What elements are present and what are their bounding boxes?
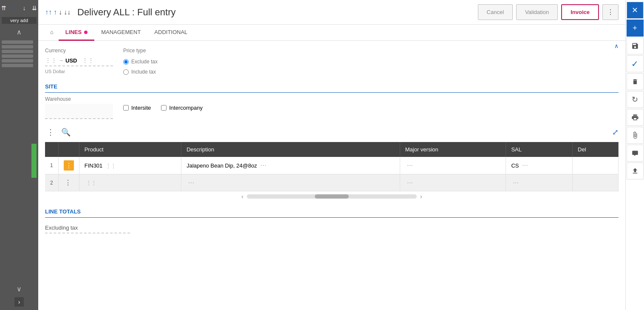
validation-button[interactable]: Validation: [516, 4, 558, 20]
row-product-2[interactable]: ⋮⋮: [79, 174, 181, 191]
row-num-2: 2: [45, 174, 58, 191]
col-description: Description: [181, 142, 400, 157]
left-sidebar: ⇈ ↑ ↓ ⇊ very add ∧ ∨ ›: [0, 0, 38, 310]
invoice-button[interactable]: Invoice: [561, 4, 599, 20]
cell-dots-icon: ⋯: [260, 162, 266, 169]
exclude-tax-option[interactable]: Exclude tax: [123, 59, 158, 65]
row-major-version-1[interactable]: ⋯: [400, 157, 506, 174]
sidebar-expand[interactable]: ›: [14, 297, 24, 307]
intersite-checkbox-item[interactable]: Intersite: [123, 105, 151, 111]
col-del: Del: [573, 142, 619, 157]
save-button[interactable]: [627, 37, 644, 54]
upload-button[interactable]: [627, 162, 644, 179]
main-content: ↑↑ ↑ ↓ ↓↓ Delivery ALL : Full entry Canc…: [38, 0, 625, 310]
radio-group: Exclude tax Include tax: [123, 59, 158, 77]
print-button[interactable]: [627, 109, 644, 126]
sidebar-line: [2, 59, 33, 63]
nav-down-double[interactable]: ⇊: [30, 3, 39, 13]
sidebar-scroll-up[interactable]: ∧: [2, 26, 37, 38]
row-description-2[interactable]: ⋯: [181, 174, 400, 191]
header-left: ↑↑ ↑ ↓ ↓↓ Delivery ALL : Full entry: [45, 7, 176, 18]
table-expand-button[interactable]: ⤢: [612, 128, 619, 137]
warehouse-field: Warehouse: [45, 96, 113, 119]
site-section: SITE Warehouse Intersite Intercompany: [45, 83, 619, 119]
nav-up-double[interactable]: ⇈: [0, 3, 8, 13]
row-sal-2[interactable]: ⋯: [506, 174, 573, 191]
table-toolbar-left: ⋮ 🔍: [45, 126, 72, 139]
site-fields: Warehouse Intersite Intercompany: [45, 96, 619, 119]
more-options-button[interactable]: ⋮: [602, 4, 619, 20]
currency-value: ⋮⋮ → USD ⋮⋮: [45, 55, 113, 66]
drag-handle2-icon: ⋮⋮: [82, 57, 94, 64]
row-menu-button-1[interactable]: ⋮: [64, 160, 74, 171]
scroll-left-button[interactable]: ‹: [241, 193, 243, 200]
table-scrollbar: ‹ ›: [45, 191, 619, 202]
attach-icon: [631, 131, 639, 139]
row-menu-button-2[interactable]: ⋮: [64, 178, 72, 188]
cell-dots-icon3: ⋯: [522, 162, 528, 169]
close-button[interactable]: ✕: [627, 2, 644, 19]
save-icon: [631, 42, 639, 50]
print-icon: [631, 114, 639, 121]
header-arrow-up-double[interactable]: ↑↑: [45, 9, 52, 16]
nav-arrows: ⇈ ↑ ↓ ⇊: [0, 3, 39, 13]
row-del-2[interactable]: [573, 174, 619, 191]
drag-handle-icon: ⋮⋮: [45, 57, 57, 64]
tab-lines[interactable]: LINES: [59, 25, 94, 41]
comment-icon: [631, 149, 639, 157]
attach-button[interactable]: [627, 127, 644, 144]
header-arrow-down-double[interactable]: ↓↓: [64, 9, 71, 16]
warehouse-input[interactable]: [45, 104, 113, 119]
currency-sub-value: US Dollar: [45, 69, 113, 74]
col-product: Product: [79, 142, 181, 157]
currency-label: Currency: [45, 48, 113, 54]
table-row: 1 ⋮ FIN301 ⋮⋮ Jalapeno Bean Dip, 24@8oz …: [45, 157, 619, 174]
col-actions: [58, 142, 79, 157]
row-product-1[interactable]: FIN301 ⋮⋮: [79, 157, 181, 174]
currency-price-row: Currency ⋮⋮ → USD ⋮⋮ US Dollar Price typ…: [45, 48, 619, 77]
nav-down[interactable]: ↓: [20, 3, 29, 13]
site-section-header: SITE: [45, 83, 619, 93]
scroll-track: [247, 194, 417, 199]
include-tax-radio[interactable]: [123, 69, 129, 75]
tabs: ⌂ LINES MANAGEMENT ADDITIONAL: [38, 25, 625, 41]
refresh-button[interactable]: ↻: [627, 91, 644, 108]
data-table: Product Description Major version SAL: [45, 142, 619, 191]
intercompany-checkbox-item[interactable]: Intercompany: [161, 105, 203, 111]
col-major-version: Major version: [400, 142, 506, 157]
scroll-right-button[interactable]: ›: [420, 193, 422, 200]
nav-up[interactable]: ↑: [9, 3, 19, 13]
cell-dots-icon5: ⋯: [407, 179, 413, 186]
table-search-button[interactable]: 🔍: [59, 126, 72, 139]
table-menu-button[interactable]: ⋮: [45, 126, 56, 139]
tab-management[interactable]: MANAGEMENT: [94, 25, 147, 41]
exclude-tax-radio[interactable]: [123, 59, 129, 65]
cell-drag-icon-2: ⋮⋮: [86, 180, 96, 186]
cell-dots-icon4: ⋯: [188, 179, 194, 186]
tab-home[interactable]: ⌂: [45, 25, 59, 41]
cell-dots-icon6: ⋯: [513, 179, 519, 186]
intersite-checkbox[interactable]: [123, 105, 129, 111]
excluding-tax-label: Excluding tax: [45, 225, 130, 233]
add-button[interactable]: +: [627, 20, 644, 37]
header-arrow-up[interactable]: ↑: [54, 9, 57, 16]
tab-additional[interactable]: ADDITIONAL: [147, 25, 194, 41]
check-button[interactable]: ✓: [627, 55, 644, 72]
warehouse-label: Warehouse: [45, 96, 113, 102]
line-totals-section: LINE TOTALS Excluding tax: [45, 208, 619, 233]
tab-dot: [84, 31, 88, 34]
comment-button[interactable]: [627, 145, 644, 162]
row-sal-1[interactable]: CS ⋯: [506, 157, 573, 174]
row-del-1[interactable]: [573, 157, 619, 174]
scroll-top-button[interactable]: ∧: [614, 43, 619, 49]
header-arrow-down[interactable]: ↓: [59, 9, 62, 16]
row-major-version-2[interactable]: ⋯: [400, 174, 506, 191]
intercompany-checkbox[interactable]: [161, 105, 167, 111]
sidebar-scroll-area: [2, 40, 37, 281]
row-description-1[interactable]: Jalapeno Bean Dip, 24@8oz ⋯: [181, 157, 400, 174]
header-actions: Cancel Validation Invoice ⋮: [478, 4, 619, 20]
delete-button[interactable]: [627, 73, 644, 90]
sidebar-scroll-down[interactable]: ∨: [2, 283, 37, 295]
cancel-button[interactable]: Cancel: [478, 4, 513, 20]
include-tax-option[interactable]: Include tax: [123, 69, 158, 75]
